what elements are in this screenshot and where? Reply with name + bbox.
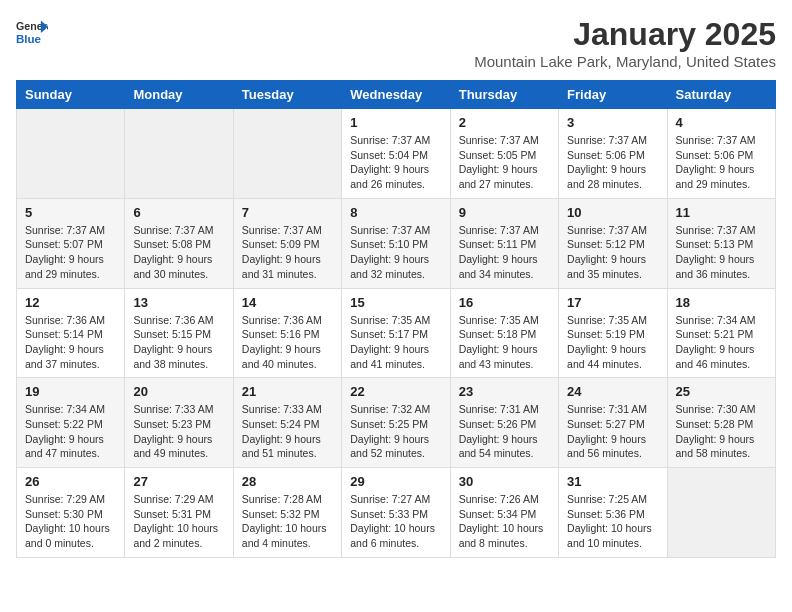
header: General Blue January 2025 Mountain Lake … <box>16 16 776 70</box>
day-info: Sunrise: 7:35 AM Sunset: 5:17 PM Dayligh… <box>350 313 441 372</box>
day-info: Sunrise: 7:37 AM Sunset: 5:09 PM Dayligh… <box>242 223 333 282</box>
calendar-cell: 21Sunrise: 7:33 AM Sunset: 5:24 PM Dayli… <box>233 378 341 468</box>
day-info: Sunrise: 7:37 AM Sunset: 5:08 PM Dayligh… <box>133 223 224 282</box>
month-title: January 2025 <box>474 16 776 53</box>
day-info: Sunrise: 7:37 AM Sunset: 5:10 PM Dayligh… <box>350 223 441 282</box>
calendar-cell: 28Sunrise: 7:28 AM Sunset: 5:32 PM Dayli… <box>233 468 341 558</box>
weekday-header-friday: Friday <box>559 81 667 109</box>
day-info: Sunrise: 7:29 AM Sunset: 5:31 PM Dayligh… <box>133 492 224 551</box>
day-number: 1 <box>350 115 441 130</box>
calendar-cell: 8Sunrise: 7:37 AM Sunset: 5:10 PM Daylig… <box>342 198 450 288</box>
location-title: Mountain Lake Park, Maryland, United Sta… <box>474 53 776 70</box>
svg-text:Blue: Blue <box>16 33 42 45</box>
calendar-cell: 25Sunrise: 7:30 AM Sunset: 5:28 PM Dayli… <box>667 378 775 468</box>
calendar-cell: 3Sunrise: 7:37 AM Sunset: 5:06 PM Daylig… <box>559 109 667 199</box>
calendar-cell: 7Sunrise: 7:37 AM Sunset: 5:09 PM Daylig… <box>233 198 341 288</box>
day-number: 8 <box>350 205 441 220</box>
day-number: 9 <box>459 205 550 220</box>
calendar-cell <box>125 109 233 199</box>
weekday-header-saturday: Saturday <box>667 81 775 109</box>
calendar-cell: 10Sunrise: 7:37 AM Sunset: 5:12 PM Dayli… <box>559 198 667 288</box>
day-number: 2 <box>459 115 550 130</box>
day-info: Sunrise: 7:26 AM Sunset: 5:34 PM Dayligh… <box>459 492 550 551</box>
calendar-cell: 30Sunrise: 7:26 AM Sunset: 5:34 PM Dayli… <box>450 468 558 558</box>
day-info: Sunrise: 7:31 AM Sunset: 5:27 PM Dayligh… <box>567 402 658 461</box>
day-info: Sunrise: 7:29 AM Sunset: 5:30 PM Dayligh… <box>25 492 116 551</box>
calendar-cell: 9Sunrise: 7:37 AM Sunset: 5:11 PM Daylig… <box>450 198 558 288</box>
day-info: Sunrise: 7:36 AM Sunset: 5:15 PM Dayligh… <box>133 313 224 372</box>
day-number: 29 <box>350 474 441 489</box>
day-info: Sunrise: 7:34 AM Sunset: 5:21 PM Dayligh… <box>676 313 767 372</box>
week-row-2: 12Sunrise: 7:36 AM Sunset: 5:14 PM Dayli… <box>17 288 776 378</box>
calendar-cell: 24Sunrise: 7:31 AM Sunset: 5:27 PM Dayli… <box>559 378 667 468</box>
day-number: 19 <box>25 384 116 399</box>
day-info: Sunrise: 7:37 AM Sunset: 5:12 PM Dayligh… <box>567 223 658 282</box>
calendar-cell <box>17 109 125 199</box>
calendar-cell <box>667 468 775 558</box>
day-info: Sunrise: 7:35 AM Sunset: 5:19 PM Dayligh… <box>567 313 658 372</box>
weekday-header-row: SundayMondayTuesdayWednesdayThursdayFrid… <box>17 81 776 109</box>
day-number: 30 <box>459 474 550 489</box>
day-number: 5 <box>25 205 116 220</box>
weekday-header-tuesday: Tuesday <box>233 81 341 109</box>
day-number: 12 <box>25 295 116 310</box>
week-row-0: 1Sunrise: 7:37 AM Sunset: 5:04 PM Daylig… <box>17 109 776 199</box>
day-info: Sunrise: 7:30 AM Sunset: 5:28 PM Dayligh… <box>676 402 767 461</box>
calendar-cell: 31Sunrise: 7:25 AM Sunset: 5:36 PM Dayli… <box>559 468 667 558</box>
day-number: 7 <box>242 205 333 220</box>
weekday-header-wednesday: Wednesday <box>342 81 450 109</box>
calendar-cell: 23Sunrise: 7:31 AM Sunset: 5:26 PM Dayli… <box>450 378 558 468</box>
day-info: Sunrise: 7:36 AM Sunset: 5:14 PM Dayligh… <box>25 313 116 372</box>
day-number: 6 <box>133 205 224 220</box>
day-info: Sunrise: 7:37 AM Sunset: 5:11 PM Dayligh… <box>459 223 550 282</box>
day-info: Sunrise: 7:36 AM Sunset: 5:16 PM Dayligh… <box>242 313 333 372</box>
calendar-cell: 27Sunrise: 7:29 AM Sunset: 5:31 PM Dayli… <box>125 468 233 558</box>
day-number: 10 <box>567 205 658 220</box>
weekday-header-sunday: Sunday <box>17 81 125 109</box>
calendar-cell: 22Sunrise: 7:32 AM Sunset: 5:25 PM Dayli… <box>342 378 450 468</box>
calendar-cell: 14Sunrise: 7:36 AM Sunset: 5:16 PM Dayli… <box>233 288 341 378</box>
calendar-cell: 5Sunrise: 7:37 AM Sunset: 5:07 PM Daylig… <box>17 198 125 288</box>
calendar-cell <box>233 109 341 199</box>
calendar: SundayMondayTuesdayWednesdayThursdayFrid… <box>16 80 776 558</box>
week-row-1: 5Sunrise: 7:37 AM Sunset: 5:07 PM Daylig… <box>17 198 776 288</box>
day-number: 24 <box>567 384 658 399</box>
day-number: 15 <box>350 295 441 310</box>
day-info: Sunrise: 7:34 AM Sunset: 5:22 PM Dayligh… <box>25 402 116 461</box>
day-number: 4 <box>676 115 767 130</box>
title-area: January 2025 Mountain Lake Park, Marylan… <box>474 16 776 70</box>
calendar-cell: 12Sunrise: 7:36 AM Sunset: 5:14 PM Dayli… <box>17 288 125 378</box>
day-number: 20 <box>133 384 224 399</box>
calendar-cell: 15Sunrise: 7:35 AM Sunset: 5:17 PM Dayli… <box>342 288 450 378</box>
day-number: 18 <box>676 295 767 310</box>
calendar-cell: 19Sunrise: 7:34 AM Sunset: 5:22 PM Dayli… <box>17 378 125 468</box>
calendar-cell: 11Sunrise: 7:37 AM Sunset: 5:13 PM Dayli… <box>667 198 775 288</box>
calendar-cell: 20Sunrise: 7:33 AM Sunset: 5:23 PM Dayli… <box>125 378 233 468</box>
day-number: 13 <box>133 295 224 310</box>
calendar-cell: 6Sunrise: 7:37 AM Sunset: 5:08 PM Daylig… <box>125 198 233 288</box>
week-row-3: 19Sunrise: 7:34 AM Sunset: 5:22 PM Dayli… <box>17 378 776 468</box>
calendar-cell: 18Sunrise: 7:34 AM Sunset: 5:21 PM Dayli… <box>667 288 775 378</box>
day-number: 17 <box>567 295 658 310</box>
calendar-cell: 26Sunrise: 7:29 AM Sunset: 5:30 PM Dayli… <box>17 468 125 558</box>
day-info: Sunrise: 7:37 AM Sunset: 5:05 PM Dayligh… <box>459 133 550 192</box>
weekday-header-thursday: Thursday <box>450 81 558 109</box>
day-number: 25 <box>676 384 767 399</box>
day-info: Sunrise: 7:28 AM Sunset: 5:32 PM Dayligh… <box>242 492 333 551</box>
day-number: 22 <box>350 384 441 399</box>
calendar-cell: 17Sunrise: 7:35 AM Sunset: 5:19 PM Dayli… <box>559 288 667 378</box>
calendar-cell: 1Sunrise: 7:37 AM Sunset: 5:04 PM Daylig… <box>342 109 450 199</box>
calendar-cell: 4Sunrise: 7:37 AM Sunset: 5:06 PM Daylig… <box>667 109 775 199</box>
day-info: Sunrise: 7:33 AM Sunset: 5:23 PM Dayligh… <box>133 402 224 461</box>
calendar-cell: 2Sunrise: 7:37 AM Sunset: 5:05 PM Daylig… <box>450 109 558 199</box>
day-info: Sunrise: 7:25 AM Sunset: 5:36 PM Dayligh… <box>567 492 658 551</box>
day-info: Sunrise: 7:33 AM Sunset: 5:24 PM Dayligh… <box>242 402 333 461</box>
weekday-header-monday: Monday <box>125 81 233 109</box>
day-info: Sunrise: 7:27 AM Sunset: 5:33 PM Dayligh… <box>350 492 441 551</box>
day-info: Sunrise: 7:37 AM Sunset: 5:06 PM Dayligh… <box>676 133 767 192</box>
day-info: Sunrise: 7:31 AM Sunset: 5:26 PM Dayligh… <box>459 402 550 461</box>
calendar-cell: 29Sunrise: 7:27 AM Sunset: 5:33 PM Dayli… <box>342 468 450 558</box>
day-number: 21 <box>242 384 333 399</box>
day-info: Sunrise: 7:37 AM Sunset: 5:06 PM Dayligh… <box>567 133 658 192</box>
logo-icon: General Blue <box>16 16 48 48</box>
